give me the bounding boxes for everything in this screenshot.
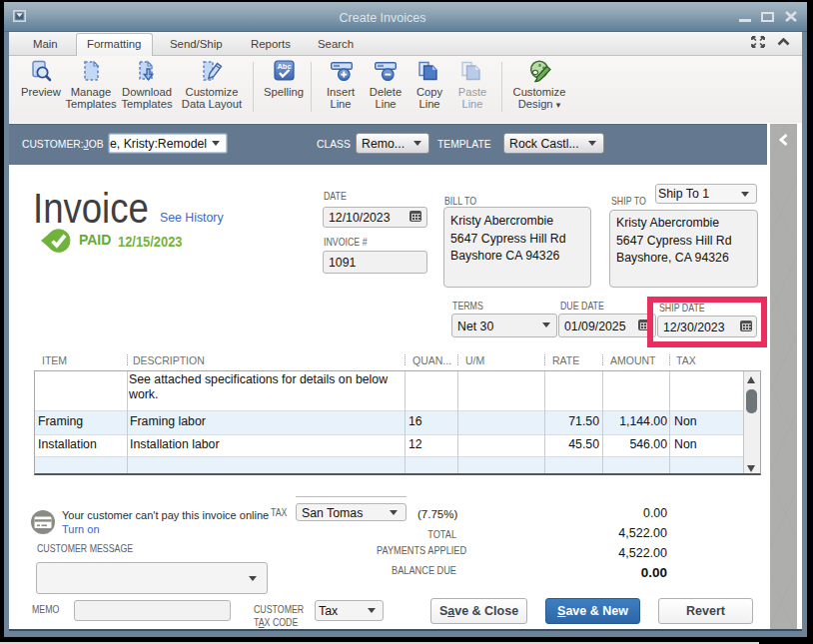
svg-text:Abc: Abc [277,62,291,71]
